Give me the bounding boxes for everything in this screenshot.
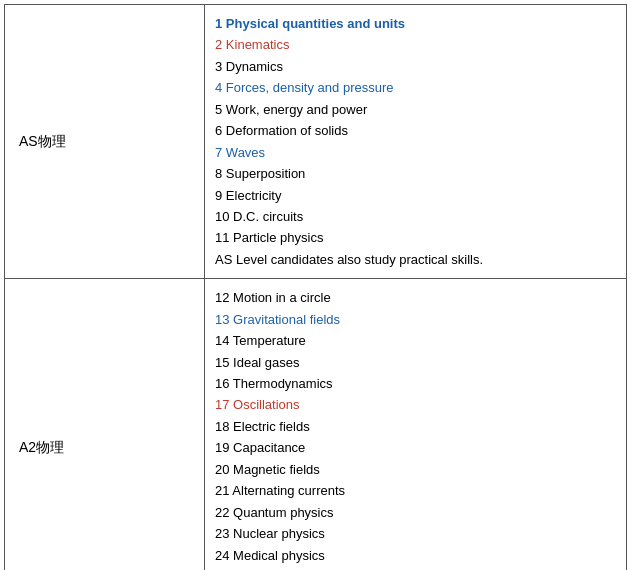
list-item: 21 Alternating currents bbox=[215, 480, 616, 501]
list-item: 1 Physical quantities and units bbox=[215, 13, 616, 34]
section-content: 12 Motion in a circle13 Gravitational fi… bbox=[205, 279, 626, 570]
list-item: 9 Electricity bbox=[215, 185, 616, 206]
table-row: A2物理12 Motion in a circle13 Gravitationa… bbox=[5, 279, 626, 570]
table-row: AS物理1 Physical quantities and units2 Kin… bbox=[5, 5, 626, 279]
list-item: 20 Magnetic fields bbox=[215, 459, 616, 480]
list-item: 2 Kinematics bbox=[215, 34, 616, 55]
list-item: 7 Waves bbox=[215, 142, 616, 163]
list-item: 24 Medical physics bbox=[215, 545, 616, 566]
list-item: 10 D.C. circuits bbox=[215, 206, 616, 227]
list-item: 11 Particle physics bbox=[215, 227, 616, 248]
list-item: 17 Oscillations bbox=[215, 394, 616, 415]
main-table: AS物理1 Physical quantities and units2 Kin… bbox=[4, 4, 627, 570]
list-item: 5 Work, energy and power bbox=[215, 99, 616, 120]
list-item: 3 Dynamics bbox=[215, 56, 616, 77]
list-item: 18 Electric fields bbox=[215, 416, 616, 437]
list-item: 4 Forces, density and pressure bbox=[215, 77, 616, 98]
list-item: 14 Temperature bbox=[215, 330, 616, 351]
list-item: 16 Thermodynamics bbox=[215, 373, 616, 394]
list-item: 19 Capacitance bbox=[215, 437, 616, 458]
list-item: 13 Gravitational fields bbox=[215, 309, 616, 330]
list-item: 25 Astronomy and cosmology bbox=[215, 566, 616, 570]
list-item: 12 Motion in a circle bbox=[215, 287, 616, 308]
list-item: 23 Nuclear physics bbox=[215, 523, 616, 544]
section-label: AS物理 bbox=[5, 5, 205, 278]
list-item: 6 Deformation of solids bbox=[215, 120, 616, 141]
list-item: 8 Superposition bbox=[215, 163, 616, 184]
list-item: AS Level candidates also study practical… bbox=[215, 249, 616, 270]
section-label: A2物理 bbox=[5, 279, 205, 570]
section-content: 1 Physical quantities and units2 Kinemat… bbox=[205, 5, 626, 278]
list-item: 22 Quantum physics bbox=[215, 502, 616, 523]
list-item: 15 Ideal gases bbox=[215, 352, 616, 373]
